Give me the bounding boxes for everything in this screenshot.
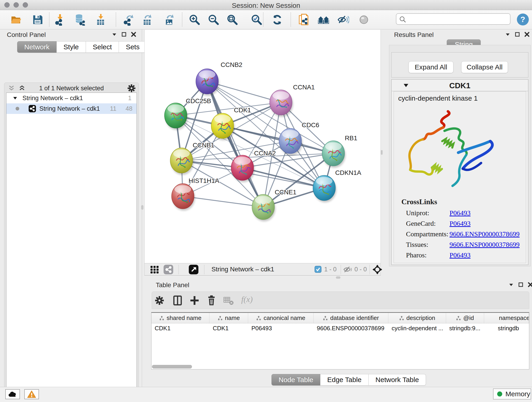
tab-node-table[interactable]: Node Table — [272, 374, 320, 385]
attribute-type-icon — [323, 316, 328, 321]
graph-node-CCNA1[interactable]: CCNA1 — [270, 84, 315, 117]
crosslink-tissues-link[interactable]: 9606.ENSP00000378699 — [450, 241, 520, 249]
panel-menu-icon[interactable] — [112, 32, 117, 37]
refresh-icon[interactable] — [271, 14, 283, 26]
table-horizontal-scrollbar[interactable] — [152, 365, 192, 369]
crosslink-compartments-link[interactable]: 9606.ENSP00000378699 — [450, 230, 520, 238]
network-view-share-icon[interactable] — [163, 264, 173, 274]
protein-name: CDK1 — [391, 81, 528, 90]
export-network-icon[interactable] — [122, 14, 134, 26]
table-options-gear-icon[interactable] — [155, 296, 164, 305]
graph-node-CCNB2[interactable]: CCNB2 — [196, 61, 242, 96]
memory-button[interactable]: Memory — [493, 389, 531, 400]
protein-detail-header[interactable]: CDK1 — [391, 79, 528, 91]
panel-close-icon[interactable] — [131, 32, 136, 37]
cell-id[interactable]: stringdb:9... — [446, 323, 484, 333]
panel-float-icon[interactable] — [515, 32, 520, 37]
home-networks-icon[interactable] — [317, 14, 329, 26]
hidden-count: 0 - 0 — [355, 266, 367, 273]
attribute-type-icon — [218, 316, 223, 321]
zoom-selected-icon[interactable] — [251, 14, 263, 26]
collapse-all-button[interactable]: Collapse All — [461, 61, 508, 73]
network-label: String Network – cdk1 — [39, 105, 100, 112]
network-row[interactable]: String Network – cdk1 11 48 — [6, 103, 137, 114]
tab-network-table[interactable]: Network Table — [369, 374, 426, 385]
column-header[interactable]: namespace — [484, 313, 529, 323]
import-table-icon[interactable] — [95, 14, 107, 26]
panel-close-icon[interactable] — [528, 282, 532, 287]
cell-description[interactable]: cyclin-dependent ... — [388, 323, 446, 333]
graph-edge[interactable] — [207, 81, 263, 207]
column-header[interactable]: @id — [446, 313, 484, 323]
detach-view-icon[interactable] — [189, 264, 199, 274]
share-document-icon[interactable] — [298, 14, 310, 26]
crosslink-genecard-link[interactable]: P06493 — [450, 220, 471, 227]
protein-description: cyclin-dependent kinase 1 — [398, 95, 478, 102]
open-session-icon[interactable] — [10, 14, 22, 26]
cell-name[interactable]: CDK1 — [209, 323, 248, 333]
bottom-splitter-handle[interactable] — [336, 276, 341, 279]
zoom-in-icon[interactable] — [189, 14, 201, 26]
graph-edge[interactable] — [222, 126, 333, 153]
cell-canonical-name[interactable]: P06493 — [248, 323, 314, 333]
panel-menu-icon[interactable] — [505, 32, 510, 37]
collection-expander-icon[interactable] — [13, 96, 17, 100]
grid-view-icon[interactable] — [150, 264, 160, 274]
search-field[interactable] — [396, 13, 510, 25]
cell-database-identifier[interactable]: 9606.ENSP00000378699 — [314, 323, 388, 333]
tab-network[interactable]: Network — [17, 41, 57, 53]
help-button[interactable]: ? — [517, 13, 529, 26]
column-header[interactable]: description — [388, 313, 446, 323]
toolbar-separator — [263, 12, 264, 27]
panel-close-icon[interactable] — [524, 32, 530, 37]
expand-all-button[interactable]: Expand All — [409, 61, 453, 73]
tab-style[interactable]: Style — [57, 41, 86, 53]
toolbar-separator — [182, 12, 182, 27]
hide-glass-effect-icon[interactable] — [337, 14, 349, 26]
left-splitter-handle[interactable] — [141, 205, 143, 210]
tab-edge-table[interactable]: Edge Table — [320, 374, 369, 385]
tab-sets[interactable]: Sets — [119, 41, 147, 53]
network-options-gear-icon[interactable] — [127, 84, 136, 93]
delete-column-icon[interactable] — [206, 295, 216, 306]
graph-node-RB1[interactable]: RB1 — [322, 134, 357, 168]
column-header[interactable]: name — [209, 313, 248, 323]
cell-shared-name[interactable]: CDK1 — [152, 323, 209, 333]
network-collection-row[interactable]: String Network – cdk1 1 — [6, 93, 137, 103]
tab-select[interactable]: Select — [86, 41, 119, 53]
import-database-icon[interactable] — [74, 14, 86, 26]
zoom-fit-icon[interactable] — [226, 14, 238, 26]
panel-float-icon[interactable] — [518, 282, 524, 287]
save-session-icon[interactable] — [32, 14, 44, 26]
graph-node-label: CDK1 — [234, 107, 251, 114]
show-glass-effect-icon[interactable] — [358, 14, 370, 26]
create-column-icon[interactable] — [190, 295, 200, 306]
crosslink-pharos-link[interactable]: P06493 — [450, 251, 471, 259]
graph-node-HIST1H1A[interactable]: HIST1H1A — [172, 177, 219, 211]
column-header[interactable]: database identifier — [314, 313, 389, 323]
export-image-icon[interactable] — [164, 14, 176, 26]
graph-node-CCNB1[interactable]: CCNB1 — [170, 142, 215, 175]
show-columns-icon[interactable] — [172, 295, 183, 306]
birds-eye-crosshair-icon[interactable] — [372, 264, 382, 274]
column-header[interactable]: canonical name — [248, 313, 314, 323]
cloud-status-button[interactable] — [5, 389, 20, 399]
panel-menu-icon[interactable] — [508, 282, 514, 287]
cell-namespace[interactable]: stringdb — [484, 323, 529, 333]
table-toolbar: f(x) — [152, 292, 529, 309]
network-canvas[interactable]: CCNB2CCNA1CDC25BCDK1CDC6RB1CCNB1CCNA2CDK… — [144, 30, 381, 263]
import-network-icon[interactable] — [54, 14, 66, 26]
graph-node-CDKN1A[interactable]: CDKN1A — [313, 169, 361, 202]
graph-node-CCNE1[interactable]: CCNE1 — [252, 189, 297, 221]
graph-node-label: CDC25B — [186, 97, 211, 104]
graph-node-CDC6[interactable]: CDC6 — [279, 121, 319, 155]
export-table-icon[interactable] — [141, 14, 153, 26]
panel-float-icon[interactable] — [121, 32, 127, 37]
table-row[interactable]: CDK1 CDK1 P06493 9606.ENSP00000378699 cy… — [152, 323, 529, 333]
selected-checkbox-icon[interactable] — [315, 266, 322, 273]
hidden-elements-icon[interactable] — [343, 266, 353, 274]
column-header[interactable]: shared name — [152, 313, 209, 323]
zoom-out-icon[interactable] — [208, 14, 220, 26]
warnings-button[interactable] — [24, 389, 39, 399]
crosslink-uniprot-link[interactable]: P06493 — [450, 209, 471, 217]
